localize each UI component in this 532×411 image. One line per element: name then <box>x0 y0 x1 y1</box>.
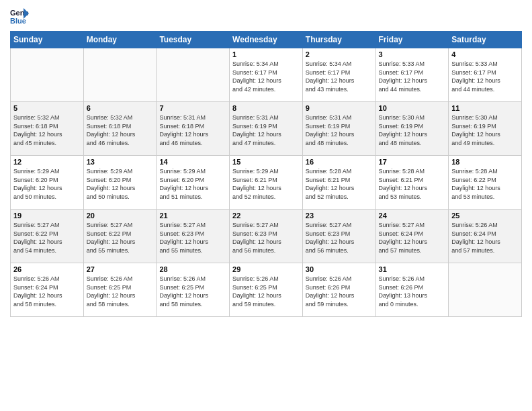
day-info: Sunrise: 5:27 AM Sunset: 6:23 PM Dayligh… <box>306 221 373 255</box>
day-number: 20 <box>87 212 154 220</box>
day-number: 30 <box>306 265 373 273</box>
calendar-cell <box>11 48 84 102</box>
day-number: 8 <box>232 104 300 112</box>
day-number: 21 <box>159 212 226 220</box>
day-info: Sunrise: 5:27 AM Sunset: 6:23 PM Dayligh… <box>159 221 226 255</box>
day-number: 17 <box>379 158 446 166</box>
day-info: Sunrise: 5:33 AM Sunset: 6:17 PM Dayligh… <box>451 60 519 93</box>
day-number: 27 <box>87 265 154 273</box>
calendar-cell <box>449 263 522 317</box>
calendar-cell: 29Sunrise: 5:26 AM Sunset: 6:25 PM Dayli… <box>230 263 303 317</box>
calendar-cell: 26Sunrise: 5:26 AM Sunset: 6:24 PM Dayli… <box>11 263 84 317</box>
day-number: 9 <box>306 104 373 112</box>
day-number: 10 <box>379 104 446 112</box>
day-number: 26 <box>13 265 81 273</box>
day-number: 3 <box>379 50 446 58</box>
day-number: 23 <box>306 212 373 220</box>
day-info: Sunrise: 5:29 AM Sunset: 6:21 PM Dayligh… <box>232 167 300 201</box>
day-number: 6 <box>87 104 154 112</box>
calendar-cell: 4Sunrise: 5:33 AM Sunset: 6:17 PM Daylig… <box>449 48 522 102</box>
weekday-header: Monday <box>83 32 157 48</box>
day-number: 14 <box>159 158 226 166</box>
day-info: Sunrise: 5:26 AM Sunset: 6:24 PM Dayligh… <box>451 221 519 255</box>
day-info: Sunrise: 5:31 AM Sunset: 6:19 PM Dayligh… <box>306 113 373 147</box>
day-info: Sunrise: 5:29 AM Sunset: 6:20 PM Dayligh… <box>13 167 81 201</box>
day-number: 19 <box>13 212 81 220</box>
weekday-header: Friday <box>375 32 449 48</box>
day-number: 24 <box>379 212 446 220</box>
day-info: Sunrise: 5:26 AM Sunset: 6:26 PM Dayligh… <box>306 275 373 308</box>
day-info: Sunrise: 5:34 AM Sunset: 6:17 PM Dayligh… <box>306 60 373 93</box>
calendar-cell: 6Sunrise: 5:32 AM Sunset: 6:18 PM Daylig… <box>83 102 157 156</box>
day-info: Sunrise: 5:33 AM Sunset: 6:17 PM Dayligh… <box>379 60 446 93</box>
calendar-week-row: 1Sunrise: 5:34 AM Sunset: 6:17 PM Daylig… <box>11 48 522 102</box>
calendar-cell: 1Sunrise: 5:34 AM Sunset: 6:17 PM Daylig… <box>230 48 303 102</box>
day-number: 7 <box>159 104 226 112</box>
calendar-cell: 11Sunrise: 5:30 AM Sunset: 6:19 PM Dayli… <box>449 102 522 156</box>
calendar-cell: 30Sunrise: 5:26 AM Sunset: 6:26 PM Dayli… <box>302 263 375 317</box>
calendar-cell: 3Sunrise: 5:33 AM Sunset: 6:17 PM Daylig… <box>375 48 449 102</box>
calendar-week-row: 19Sunrise: 5:27 AM Sunset: 6:22 PM Dayli… <box>11 210 522 263</box>
calendar-cell: 27Sunrise: 5:26 AM Sunset: 6:25 PM Dayli… <box>83 263 157 317</box>
calendar-cell: 18Sunrise: 5:28 AM Sunset: 6:22 PM Dayli… <box>449 156 522 210</box>
day-info: Sunrise: 5:28 AM Sunset: 6:22 PM Dayligh… <box>451 167 519 201</box>
day-number: 12 <box>13 158 81 166</box>
calendar-cell: 25Sunrise: 5:26 AM Sunset: 6:24 PM Dayli… <box>449 210 522 263</box>
day-number: 16 <box>306 158 373 166</box>
day-info: Sunrise: 5:26 AM Sunset: 6:25 PM Dayligh… <box>159 275 226 308</box>
day-info: Sunrise: 5:34 AM Sunset: 6:17 PM Dayligh… <box>232 60 300 93</box>
logo-icon: General Blue <box>10 7 29 26</box>
day-number: 5 <box>13 104 81 112</box>
calendar-cell: 15Sunrise: 5:29 AM Sunset: 6:21 PM Dayli… <box>230 156 303 210</box>
page-container: General Blue SundayMondayTuesdayWednesda… <box>0 0 532 411</box>
day-info: Sunrise: 5:29 AM Sunset: 6:20 PM Dayligh… <box>87 167 154 201</box>
calendar-cell: 17Sunrise: 5:28 AM Sunset: 6:21 PM Dayli… <box>375 156 449 210</box>
calendar-table: SundayMondayTuesdayWednesdayThursdayFrid… <box>10 31 522 317</box>
calendar-cell: 13Sunrise: 5:29 AM Sunset: 6:20 PM Dayli… <box>83 156 157 210</box>
calendar-week-row: 5Sunrise: 5:32 AM Sunset: 6:18 PM Daylig… <box>11 102 522 156</box>
calendar-cell: 28Sunrise: 5:26 AM Sunset: 6:25 PM Dayli… <box>157 263 230 317</box>
calendar-cell <box>83 48 157 102</box>
weekday-header: Tuesday <box>157 32 230 48</box>
calendar-cell: 5Sunrise: 5:32 AM Sunset: 6:18 PM Daylig… <box>11 102 84 156</box>
day-number: 25 <box>451 212 519 220</box>
calendar-week-row: 26Sunrise: 5:26 AM Sunset: 6:24 PM Dayli… <box>11 263 522 317</box>
calendar-cell: 16Sunrise: 5:28 AM Sunset: 6:21 PM Dayli… <box>302 156 375 210</box>
calendar-cell: 8Sunrise: 5:31 AM Sunset: 6:19 PM Daylig… <box>230 102 303 156</box>
day-info: Sunrise: 5:29 AM Sunset: 6:20 PM Dayligh… <box>159 167 226 201</box>
calendar-cell: 24Sunrise: 5:27 AM Sunset: 6:24 PM Dayli… <box>375 210 449 263</box>
weekday-header: Thursday <box>302 32 375 48</box>
weekday-header-row: SundayMondayTuesdayWednesdayThursdayFrid… <box>11 32 522 48</box>
day-info: Sunrise: 5:32 AM Sunset: 6:18 PM Dayligh… <box>13 113 81 147</box>
day-info: Sunrise: 5:30 AM Sunset: 6:19 PM Dayligh… <box>451 113 519 147</box>
calendar-cell: 22Sunrise: 5:27 AM Sunset: 6:23 PM Dayli… <box>230 210 303 263</box>
weekday-header: Wednesday <box>230 32 303 48</box>
calendar-cell <box>157 48 230 102</box>
day-info: Sunrise: 5:27 AM Sunset: 6:22 PM Dayligh… <box>13 221 81 255</box>
day-info: Sunrise: 5:31 AM Sunset: 6:19 PM Dayligh… <box>232 113 300 147</box>
day-info: Sunrise: 5:26 AM Sunset: 6:24 PM Dayligh… <box>13 275 81 308</box>
day-number: 2 <box>306 50 373 58</box>
day-number: 18 <box>451 158 519 166</box>
day-number: 13 <box>87 158 154 166</box>
calendar-cell: 21Sunrise: 5:27 AM Sunset: 6:23 PM Dayli… <box>157 210 230 263</box>
day-info: Sunrise: 5:27 AM Sunset: 6:23 PM Dayligh… <box>232 221 300 255</box>
day-info: Sunrise: 5:26 AM Sunset: 6:25 PM Dayligh… <box>232 275 300 308</box>
day-info: Sunrise: 5:27 AM Sunset: 6:24 PM Dayligh… <box>379 221 446 255</box>
calendar-week-row: 12Sunrise: 5:29 AM Sunset: 6:20 PM Dayli… <box>11 156 522 210</box>
day-number: 31 <box>379 265 446 273</box>
day-info: Sunrise: 5:27 AM Sunset: 6:22 PM Dayligh… <box>87 221 154 255</box>
calendar-cell: 19Sunrise: 5:27 AM Sunset: 6:22 PM Dayli… <box>11 210 84 263</box>
day-number: 28 <box>159 265 226 273</box>
weekday-header: Sunday <box>11 32 84 48</box>
day-number: 1 <box>232 50 300 58</box>
day-number: 22 <box>232 212 300 220</box>
calendar-cell: 31Sunrise: 5:26 AM Sunset: 6:26 PM Dayli… <box>375 263 449 317</box>
calendar-cell: 2Sunrise: 5:34 AM Sunset: 6:17 PM Daylig… <box>302 48 375 102</box>
day-info: Sunrise: 5:28 AM Sunset: 6:21 PM Dayligh… <box>379 167 446 201</box>
day-info: Sunrise: 5:30 AM Sunset: 6:19 PM Dayligh… <box>379 113 446 147</box>
weekday-header: Saturday <box>449 32 522 48</box>
day-number: 29 <box>232 265 300 273</box>
day-info: Sunrise: 5:26 AM Sunset: 6:25 PM Dayligh… <box>87 275 154 308</box>
calendar-cell: 14Sunrise: 5:29 AM Sunset: 6:20 PM Dayli… <box>157 156 230 210</box>
